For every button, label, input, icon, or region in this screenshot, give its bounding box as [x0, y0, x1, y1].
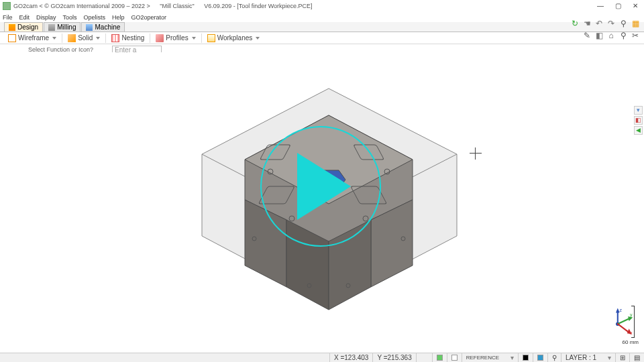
tab-milling[interactable]: Milling: [44, 22, 80, 32]
nesting-button[interactable]: Nesting: [109, 33, 147, 44]
eraser-icon[interactable]: ◧: [594, 31, 604, 40]
svg-line-24: [618, 318, 630, 324]
grid-icon[interactable]: ▦: [631, 19, 640, 28]
status-pin-icon[interactable]: ⚲: [547, 353, 561, 363]
status-swatch-2[interactable]: [447, 353, 462, 363]
title-version: V6.09.209 - [Tool finder Workpiece.PCE]: [204, 3, 312, 9]
right-side-tabs: ▾◧◀: [634, 106, 643, 135]
app-icon: [3, 2, 11, 10]
workplanes-button[interactable]: Workplanes: [205, 33, 263, 44]
title-mode: "Mill Classic": [160, 3, 194, 9]
solid-button[interactable]: Solid: [65, 33, 103, 44]
status-lock-icon[interactable]: ⊞: [615, 353, 629, 363]
menu-help[interactable]: Help: [112, 14, 125, 21]
toolbar-label: Profiles: [166, 34, 188, 42]
workplanes-icon: [207, 34, 215, 42]
svg-text:x: x: [630, 330, 633, 335]
status-swatch-1[interactable]: [432, 353, 447, 363]
undo-icon[interactable]: ↶: [594, 19, 604, 28]
cursor-crosshair-icon: [470, 147, 482, 160]
status-layer[interactable]: LAYER : 1▾: [561, 353, 615, 363]
menubar: FileEditDisplayToolsOpelistsHelpGO2opera…: [0, 12, 644, 22]
sidetab-palette[interactable]: ◧: [634, 116, 643, 125]
title-app: GO2cam < © GO2cam International 2009 – 2…: [13, 3, 150, 9]
svg-text:z: z: [620, 308, 623, 312]
cut-icon[interactable]: ✂: [631, 31, 640, 40]
tab-label: Milling: [57, 23, 76, 31]
view-tools-row1: ↻☚↶↷⚲▦: [570, 19, 640, 28]
tab-label: Machine: [95, 23, 120, 31]
maximize-button[interactable]: ▢: [609, 0, 627, 12]
chevron-down-icon: [192, 37, 196, 40]
profiles-icon: [156, 34, 164, 42]
status-settings-icon[interactable]: ▤: [629, 353, 644, 363]
toolbar-label: Nesting: [121, 34, 144, 42]
toolbar-label: Solid: [78, 34, 93, 42]
sync-icon[interactable]: ↻: [570, 19, 580, 28]
tab-design[interactable]: Design: [4, 22, 43, 32]
svg-line-26: [618, 324, 629, 333]
milling-tab-icon: [48, 24, 55, 31]
menu-file[interactable]: File: [3, 14, 13, 21]
menu-go2operator[interactable]: GO2operator: [131, 14, 167, 21]
window-buttons: — ▢ ✕: [592, 0, 644, 12]
design-tab-icon: [9, 24, 15, 31]
svg-marker-25: [628, 316, 633, 321]
find-icon[interactable]: ⚲: [619, 31, 628, 40]
tab-machine[interactable]: Machine: [81, 22, 125, 32]
status-spacer: [416, 353, 432, 363]
sidetab-arrow[interactable]: ◀: [634, 126, 643, 135]
sidetab-funnel[interactable]: ▾: [634, 106, 643, 115]
menu-tools[interactable]: Tools: [63, 14, 77, 21]
tab-label: Design: [17, 23, 38, 31]
scale-label: 60 mm: [623, 339, 639, 345]
separator: [62, 34, 62, 43]
profiles-button[interactable]: Profiles: [153, 33, 198, 44]
mode-tabs: DesignMillingMachine: [0, 22, 644, 32]
status-swatch-4[interactable]: [533, 353, 547, 363]
chevron-down-icon: [52, 37, 56, 40]
chevron-down-icon: [96, 37, 100, 40]
redo-icon[interactable]: ↷: [606, 19, 616, 28]
statusbar: X =123.403 Y =215.363 REFERENCE▾ ⚲ LAYER…: [0, 353, 644, 362]
nesting-icon: [111, 34, 119, 42]
toolbar-label: Workplanes: [217, 34, 253, 42]
separator: [105, 34, 106, 43]
separator: [150, 34, 150, 43]
drill-icon[interactable]: ✎: [582, 31, 592, 40]
bucket-icon[interactable]: ⌂: [606, 31, 616, 40]
close-button[interactable]: ✕: [627, 0, 644, 12]
status-coord-x: X =123.403: [329, 353, 372, 363]
svg-marker-8: [312, 170, 345, 189]
design-toolbar: WireframeSolidNestingProfilesWorkplanes: [0, 32, 644, 44]
workpiece-model: [198, 86, 460, 341]
menu-display[interactable]: Display: [36, 14, 56, 21]
menu-edit[interactable]: Edit: [19, 14, 30, 21]
axis-triad-icon: z y x: [606, 307, 635, 335]
toolbar-label: Wireframe: [18, 34, 49, 42]
svg-marker-23: [616, 308, 620, 312]
solid-icon: [68, 34, 76, 42]
status-reference[interactable]: REFERENCE▾: [462, 353, 518, 363]
status-coord-y: Y =215.363: [372, 353, 415, 363]
status-swatch-3[interactable]: [518, 353, 533, 363]
minimize-button[interactable]: —: [592, 0, 609, 12]
wireframe-button[interactable]: Wireframe: [5, 33, 59, 44]
zoom-icon[interactable]: ⚲: [619, 19, 628, 28]
wireframe-icon: [8, 34, 16, 42]
chevron-down-icon: [256, 37, 260, 40]
svg-text:y: y: [630, 312, 633, 318]
view-tools-row2: ✎◧⌂⚲✂: [582, 31, 640, 40]
hand-left-icon[interactable]: ☚: [582, 19, 592, 28]
menu-opelists[interactable]: Opelists: [84, 14, 106, 21]
separator: [201, 34, 202, 43]
machine-tab-icon: [86, 24, 93, 31]
titlebar: GO2cam < © GO2cam International 2009 – 2…: [0, 0, 644, 12]
viewport-3d[interactable]: ▾◧◀ 60 mm z y x: [0, 52, 644, 353]
